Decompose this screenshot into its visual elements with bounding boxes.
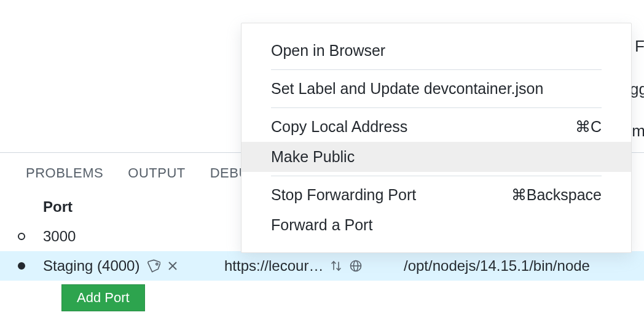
menu-forward-a-port[interactable]: Forward a Port bbox=[242, 210, 631, 240]
menu-separator bbox=[271, 69, 602, 70]
sync-icon[interactable] bbox=[329, 259, 343, 273]
menu-make-public[interactable]: Make Public bbox=[242, 142, 631, 172]
port-label: 3000 bbox=[43, 228, 224, 245]
port-label: Staging (4000) bbox=[43, 257, 224, 274]
menu-item-label: Stop Forwarding Port bbox=[271, 186, 416, 204]
cropped-letter: gg bbox=[630, 80, 644, 99]
menu-separator bbox=[271, 176, 602, 176]
menu-item-label: Make Public bbox=[271, 148, 355, 166]
menu-item-label: Forward a Port bbox=[271, 216, 372, 234]
tab-output[interactable]: OUTPUT bbox=[128, 165, 185, 181]
menu-separator bbox=[271, 107, 602, 108]
table-row[interactable]: Staging (4000) https://lecour… bbox=[0, 251, 644, 281]
address-text: https://lecour… bbox=[224, 257, 323, 274]
circle-outline-icon bbox=[18, 233, 25, 240]
port-text: Staging (4000) bbox=[43, 257, 139, 274]
ports-context-menu: Open in Browser Set Label and Update dev… bbox=[241, 23, 632, 253]
status-indicator bbox=[0, 233, 43, 240]
menu-shortcut: ⌘C bbox=[575, 118, 602, 136]
circle-filled-icon bbox=[18, 262, 25, 270]
status-indicator bbox=[0, 262, 43, 270]
menu-shortcut: ⌘Backspace bbox=[511, 186, 602, 204]
menu-item-label: Open in Browser bbox=[271, 42, 385, 60]
menu-open-in-browser[interactable]: Open in Browser bbox=[242, 36, 631, 66]
add-port-button[interactable]: Add Port bbox=[61, 284, 145, 311]
port-text: 3000 bbox=[43, 228, 76, 245]
tag-icon[interactable] bbox=[146, 259, 160, 273]
menu-item-label: Copy Local Address bbox=[271, 118, 407, 136]
process-text: /opt/nodejs/14.15.1/bin/node bbox=[404, 257, 590, 274]
cropped-letter: F bbox=[635, 37, 644, 56]
svg-point-0 bbox=[156, 263, 159, 265]
menu-set-label[interactable]: Set Label and Update devcontainer.json bbox=[242, 74, 631, 104]
header-port-col: Port bbox=[43, 198, 224, 216]
globe-icon[interactable] bbox=[349, 259, 363, 273]
menu-stop-forwarding[interactable]: Stop Forwarding Port ⌘Backspace bbox=[242, 180, 631, 210]
menu-copy-local-address[interactable]: Copy Local Address ⌘C bbox=[242, 112, 631, 142]
local-address: https://lecour… bbox=[224, 257, 396, 274]
tab-problems[interactable]: PROBLEMS bbox=[26, 165, 103, 181]
add-port-row: Add Port bbox=[0, 281, 644, 315]
cropped-letter: m bbox=[632, 122, 644, 141]
menu-item-label: Set Label and Update devcontainer.json bbox=[271, 80, 543, 98]
running-process: /opt/nodejs/14.15.1/bin/node bbox=[396, 257, 644, 274]
close-icon[interactable] bbox=[167, 260, 179, 272]
